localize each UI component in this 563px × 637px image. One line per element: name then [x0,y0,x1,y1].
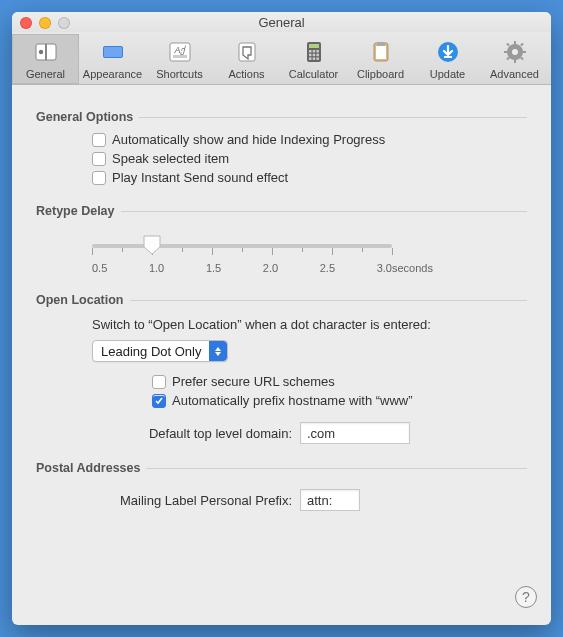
titlebar: General [12,12,551,32]
update-icon [434,38,462,66]
svg-rect-33 [520,43,524,47]
tab-actions[interactable]: Actions [213,34,280,84]
minimize-icon[interactable] [39,17,51,29]
checkbox-icon [92,171,106,185]
svg-rect-4 [104,47,122,57]
zoom-icon [58,17,70,29]
open-location-select[interactable]: Leading Dot Only [92,340,228,362]
checkbox-instant-send-sound[interactable]: Play Instant Send sound effect [92,170,527,185]
checkbox-prefer-secure[interactable]: Prefer secure URL schemes [152,374,527,389]
svg-rect-10 [309,44,319,48]
tab-label: Advanced [490,68,539,80]
prefix-label: Mailing Label Personal Prefix: [92,493,292,508]
svg-rect-29 [504,51,508,53]
slider-ticks [92,248,392,256]
select-value: Leading Dot Only [93,344,209,359]
checkbox-icon [152,394,166,408]
svg-rect-13 [316,50,319,53]
appearance-icon [99,38,127,66]
svg-point-2 [38,50,42,54]
svg-rect-7 [173,55,187,58]
svg-rect-28 [514,59,516,63]
section-general-options: General Options [36,110,139,124]
tab-general[interactable]: General [12,34,79,84]
tab-update[interactable]: Update [414,34,481,84]
tab-label: Update [430,68,465,80]
checkbox-icon [92,133,106,147]
slider-thumb[interactable] [143,235,161,255]
switch-icon [32,38,60,66]
checkbox-label: Prefer secure URL schemes [172,374,335,389]
open-location-hint: Switch to “Open Location” when a dot cha… [92,317,527,332]
svg-rect-30 [522,51,526,53]
slider-unit: seconds [392,262,433,274]
tab-label: Appearance [83,68,142,80]
window-title: General [20,15,543,30]
tab-label: Clipboard [357,68,404,80]
checkbox-indexing-progress[interactable]: Automatically show and hide Indexing Pro… [92,132,527,147]
svg-rect-27 [514,41,516,45]
retype-delay-slider[interactable] [92,244,392,248]
content-area: General Options Automatically show and h… [12,85,551,620]
svg-rect-12 [312,50,315,53]
svg-rect-14 [309,54,312,57]
tld-label: Default top level domain: [92,426,292,441]
svg-rect-21 [376,46,386,59]
gear-icon [501,38,529,66]
close-icon[interactable] [20,17,32,29]
help-button[interactable]: ? [515,586,537,608]
slider-labels: 0.51.01.52.02.53.0 [92,262,392,274]
checkbox-label: Speak selected item [112,151,229,166]
svg-rect-22 [377,42,385,46]
svg-rect-31 [506,43,510,47]
tab-shortcuts[interactable]: Aქ Shortcuts [146,34,213,84]
checkbox-speak-selected[interactable]: Speak selected item [92,151,527,166]
tab-label: General [26,68,65,80]
svg-rect-15 [312,54,315,57]
clipboard-icon [367,38,395,66]
checkbox-auto-www[interactable]: Automatically prefix hostname with “www” [152,393,527,408]
tab-label: Actions [228,68,264,80]
tab-appearance[interactable]: Appearance [79,34,146,84]
toolbar: General Appearance Aქ Shortcuts Actions … [12,32,551,85]
checkbox-label: Automatically prefix hostname with “www” [172,393,413,408]
tld-input[interactable] [300,422,410,444]
svg-rect-18 [312,57,315,60]
select-arrows-icon [209,341,227,361]
tab-label: Shortcuts [156,68,202,80]
actions-icon [233,38,261,66]
calculator-icon [300,38,328,66]
checkbox-label: Play Instant Send sound effect [112,170,288,185]
tab-clipboard[interactable]: Clipboard [347,34,414,84]
svg-rect-16 [316,54,319,57]
svg-rect-19 [316,57,319,60]
tab-calculator[interactable]: Calculator [280,34,347,84]
checkbox-icon [92,152,106,166]
svg-rect-1 [45,44,47,60]
svg-point-26 [512,49,518,55]
checkbox-label: Automatically show and hide Indexing Pro… [112,132,385,147]
tab-advanced[interactable]: Advanced [481,34,548,84]
section-retype-delay: Retype Delay [36,204,121,218]
section-open-location: Open Location [36,293,130,307]
checkbox-icon [152,375,166,389]
preferences-window: General General Appearance Aქ Shortcuts … [12,12,551,625]
shortcuts-icon: Aქ [166,38,194,66]
svg-rect-17 [309,57,312,60]
section-postal: Postal Addresses [36,461,146,475]
svg-rect-11 [309,50,312,53]
prefix-input[interactable] [300,489,360,511]
svg-text:Aქ: Aქ [173,45,186,56]
tab-label: Calculator [289,68,339,80]
